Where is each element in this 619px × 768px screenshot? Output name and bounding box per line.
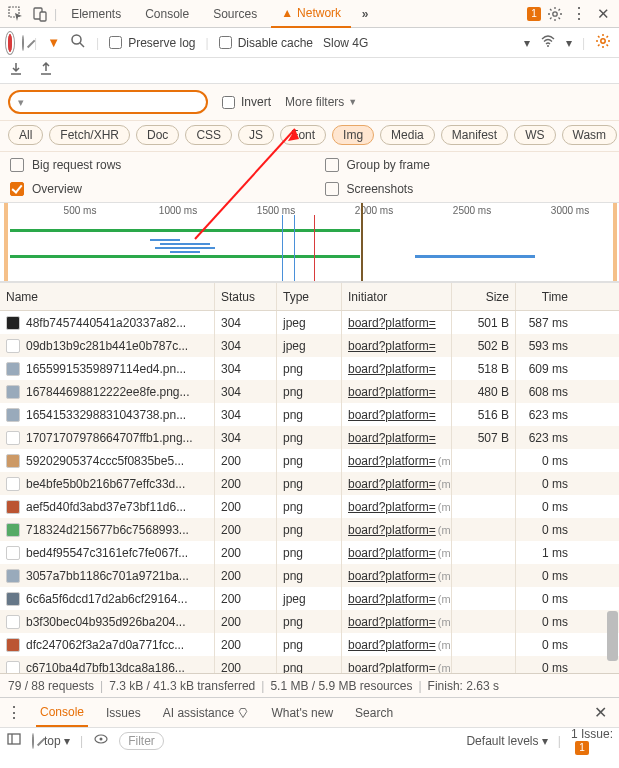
table-row[interactable]: 718324d215677b6c7568993...200pngboard?pl… bbox=[0, 518, 619, 541]
table-row[interactable]: be4bfe5b0b216b677effc33d...200pngboard?p… bbox=[0, 472, 619, 495]
table-row[interactable]: 3057a7bb1186c701a9721ba...200pngboard?pl… bbox=[0, 564, 619, 587]
svg-rect-10 bbox=[8, 734, 20, 744]
drawer-kebab-icon[interactable]: ⋮ bbox=[6, 703, 22, 722]
more-tabs-icon[interactable]: » bbox=[355, 4, 375, 24]
type-pill-doc[interactable]: Doc bbox=[136, 125, 179, 145]
search-icon[interactable] bbox=[70, 33, 86, 52]
svg-line-5 bbox=[80, 43, 84, 47]
table-row[interactable]: aef5d40fd3abd37e73bf11d6...200pngboard?p… bbox=[0, 495, 619, 518]
table-header: Name Status Type Initiator Size Time bbox=[0, 283, 619, 311]
eye-icon[interactable] bbox=[93, 731, 109, 750]
type-pill-fetchxhr[interactable]: Fetch/XHR bbox=[49, 125, 130, 145]
type-pill-js[interactable]: JS bbox=[238, 125, 274, 145]
issues-link[interactable]: 1 Issue:1 bbox=[571, 727, 613, 755]
drawer-tab-issues[interactable]: Issues bbox=[102, 700, 145, 726]
context-select[interactable]: top ▾ bbox=[44, 734, 70, 748]
type-pill-css[interactable]: CSS bbox=[185, 125, 232, 145]
type-pill-all[interactable]: All bbox=[8, 125, 43, 145]
table-row[interactable]: 59202905374ccc5f0835be5...200pngboard?pl… bbox=[0, 449, 619, 472]
throttling-select[interactable]: Slow 4G bbox=[323, 36, 368, 50]
table-row[interactable]: b3f30bec04b935d926ba204...200pngboard?pl… bbox=[0, 610, 619, 633]
upload-dropdown-icon[interactable]: ▾ bbox=[566, 36, 572, 50]
more-filters-button[interactable]: More filters ▼ bbox=[285, 95, 357, 109]
export-har-icon[interactable] bbox=[8, 61, 24, 80]
timeline-tick: 1000 ms bbox=[159, 205, 197, 216]
col-type[interactable]: Type bbox=[277, 283, 342, 310]
summary-bar: 79 / 88 requests| 7.3 kB / 41.3 kB trans… bbox=[0, 673, 619, 697]
svg-point-4 bbox=[72, 35, 81, 44]
levels-select[interactable]: Default levels ▾ bbox=[466, 734, 547, 748]
clear-button[interactable] bbox=[22, 36, 24, 50]
overview-checkbox[interactable]: Overview bbox=[10, 182, 295, 196]
wifi-icon[interactable] bbox=[540, 33, 556, 52]
svg-point-13 bbox=[100, 738, 103, 741]
filter-input[interactable]: ▾ bbox=[8, 90, 208, 114]
drawer-tab-ai[interactable]: AI assistance bbox=[159, 700, 254, 726]
timeline-overview[interactable]: 500 ms1000 ms1500 ms2000 ms2500 ms3000 m… bbox=[0, 202, 619, 282]
filter-toggle-icon[interactable]: ▼ bbox=[47, 35, 60, 50]
timeline-tick: 500 ms bbox=[64, 205, 97, 216]
timeline-tick: 3000 ms bbox=[551, 205, 589, 216]
scrollbar-thumb[interactable] bbox=[607, 611, 618, 661]
drawer-tab-console[interactable]: Console bbox=[36, 699, 88, 727]
record-button[interactable] bbox=[8, 36, 12, 50]
table-row[interactable]: 09db13b9c281b441e0b787c...304jpegboard?p… bbox=[0, 334, 619, 357]
timeline-tick: 2500 ms bbox=[453, 205, 491, 216]
type-pill-manifest[interactable]: Manifest bbox=[441, 125, 508, 145]
col-status[interactable]: Status bbox=[215, 283, 277, 310]
svg-point-3 bbox=[553, 11, 557, 15]
table-row[interactable]: dfc247062f3a2a7d0a771fcc...200pngboard?p… bbox=[0, 633, 619, 656]
filter-text-field[interactable] bbox=[30, 95, 198, 109]
inspect-icon[interactable] bbox=[6, 4, 26, 24]
tab-console[interactable]: Console bbox=[135, 1, 199, 27]
table-row[interactable]: 48fb7457440541a20337a82...304jpegboard?p… bbox=[0, 311, 619, 334]
table-row[interactable]: 6c6a5f6dcd17d2ab6cf29164...200jpegboard?… bbox=[0, 587, 619, 610]
funnel-icon: ▾ bbox=[18, 96, 24, 109]
table-row[interactable]: 16559915359897114ed4.pn...304pngboard?pl… bbox=[0, 357, 619, 380]
screenshots-checkbox[interactable]: Screenshots bbox=[325, 182, 610, 196]
table-row[interactable]: 16541533298831043738.pn...304pngboard?pl… bbox=[0, 403, 619, 426]
svg-rect-2 bbox=[40, 12, 46, 21]
svg-point-7 bbox=[601, 39, 605, 43]
device-icon[interactable] bbox=[30, 4, 50, 24]
type-pill-wasm[interactable]: Wasm bbox=[562, 125, 618, 145]
type-pill-ws[interactable]: WS bbox=[514, 125, 555, 145]
big-rows-checkbox[interactable]: Big request rows bbox=[10, 158, 295, 172]
type-pill-media[interactable]: Media bbox=[380, 125, 435, 145]
console-clear-icon[interactable] bbox=[32, 734, 34, 748]
group-by-frame-checkbox[interactable]: Group by frame bbox=[325, 158, 610, 172]
col-time[interactable]: Time bbox=[516, 283, 574, 310]
console-sidebar-icon[interactable] bbox=[6, 731, 22, 750]
tab-sources[interactable]: Sources bbox=[203, 1, 267, 27]
timeline-tick: 1500 ms bbox=[257, 205, 295, 216]
table-row[interactable]: c6710ba4d7bfb13dca8a186...200pngboard?pl… bbox=[0, 656, 619, 673]
network-settings-icon[interactable] bbox=[595, 33, 611, 52]
drawer-tab-search[interactable]: Search bbox=[351, 700, 397, 726]
close-devtools-icon[interactable]: ✕ bbox=[593, 4, 613, 24]
settings-icon[interactable] bbox=[545, 4, 565, 24]
col-initiator[interactable]: Initiator bbox=[342, 283, 452, 310]
table-row[interactable]: 17071707978664707ffb1.png...304pngboard?… bbox=[0, 426, 619, 449]
type-pill-font[interactable]: Font bbox=[280, 125, 326, 145]
warning-badge[interactable]: 1 bbox=[527, 7, 541, 21]
tab-elements[interactable]: Elements bbox=[61, 1, 131, 27]
disable-cache-checkbox[interactable]: Disable cache bbox=[219, 36, 313, 50]
table-row[interactable]: 167844698812222ee8fe.png...304pngboard?p… bbox=[0, 380, 619, 403]
table-row[interactable]: bed4f95547c3161efc7fe067f...200pngboard?… bbox=[0, 541, 619, 564]
col-name[interactable]: Name bbox=[0, 283, 215, 310]
kebab-icon[interactable]: ⋮ bbox=[569, 4, 589, 24]
import-har-icon[interactable] bbox=[38, 61, 54, 80]
type-pill-img[interactable]: Img bbox=[332, 125, 374, 145]
drawer-close-icon[interactable]: ✕ bbox=[588, 703, 613, 722]
throttling-dropdown-icon[interactable]: ▾ bbox=[524, 36, 530, 50]
preserve-log-checkbox[interactable]: Preserve log bbox=[109, 36, 195, 50]
console-filter-input[interactable]: Filter bbox=[119, 732, 164, 750]
svg-point-6 bbox=[547, 45, 549, 47]
col-size[interactable]: Size bbox=[452, 283, 516, 310]
tab-network[interactable]: ▲Network bbox=[271, 0, 351, 28]
drawer-tab-whatsnew[interactable]: What's new bbox=[267, 700, 337, 726]
invert-checkbox[interactable]: Invert bbox=[222, 95, 271, 109]
